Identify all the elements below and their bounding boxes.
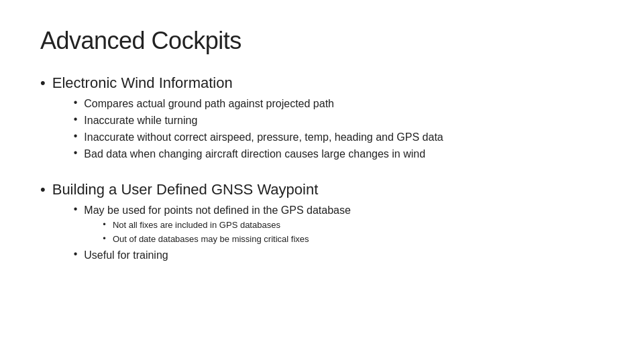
ewi-item-4: • Bad data when changing aircraft direct…: [74, 146, 443, 162]
ewi-bullet-2: •: [74, 113, 78, 127]
gnss-sub-bullet-2: •: [103, 233, 106, 245]
gnss-item-1: • May be used for points not defined in …: [74, 202, 351, 246]
gnss-sub-bullet-1: •: [103, 219, 106, 231]
gnss-sub-text-2: Out of date databases may be missing cri…: [113, 233, 309, 246]
content-area: • Electronic Wind Information • Compares…: [40, 74, 604, 268]
ewi-bullet-4: •: [74, 146, 78, 160]
slide-title: Advanced Cockpits: [40, 27, 604, 55]
ewi-text-3: Inaccurate without correct airspeed, pre…: [84, 129, 443, 145]
electronic-wind-sublist: • Compares actual ground path against pr…: [74, 96, 443, 162]
gnss-bullet-2: •: [74, 247, 78, 261]
gnss-sub-item-2: • Out of date databases may be missing c…: [103, 233, 351, 246]
ewi-text-4: Bad data when changing aircraft directio…: [84, 146, 425, 162]
bullet-dot-1: •: [40, 74, 46, 93]
gnss-sub-item-1: • Not all fixes are included in GPS data…: [103, 219, 351, 232]
gnss-sublist: • May be used for points not defined in …: [74, 202, 351, 263]
gnss-sub-text-1: Not all fixes are included in GPS databa…: [113, 219, 280, 232]
gnss-sub-sublist: • Not all fixes are included in GPS data…: [103, 219, 351, 246]
ewi-item-3: • Inaccurate without correct airspeed, p…: [74, 129, 443, 145]
section-electronic-wind: • Electronic Wind Information • Compares…: [40, 74, 604, 164]
gnss-text-2: Useful for training: [84, 247, 168, 263]
ewi-text-1: Compares actual ground path against proj…: [84, 96, 334, 111]
bullet-dot-2: •: [40, 180, 46, 200]
ewi-bullet-3: •: [74, 129, 78, 143]
ewi-bullet-1: •: [74, 96, 78, 110]
gnss-text-1: May be used for points not defined in th…: [84, 204, 351, 216]
section-gnss-label: Building a User Defined GNSS Waypoint: [52, 181, 319, 198]
slide: Advanced Cockpits • Electronic Wind Info…: [0, 0, 644, 362]
gnss-bullet-1: •: [74, 202, 78, 217]
section-electronic-wind-label: Electronic Wind Information: [52, 74, 233, 91]
ewi-item-2: • Inaccurate while turning: [74, 113, 443, 128]
section-gnss: • Building a User Defined GNSS Waypoint …: [40, 180, 604, 265]
gnss-item-2: • Useful for training: [74, 247, 351, 263]
ewi-item-1: • Compares actual ground path against pr…: [74, 96, 443, 111]
ewi-text-2: Inaccurate while turning: [84, 113, 197, 128]
